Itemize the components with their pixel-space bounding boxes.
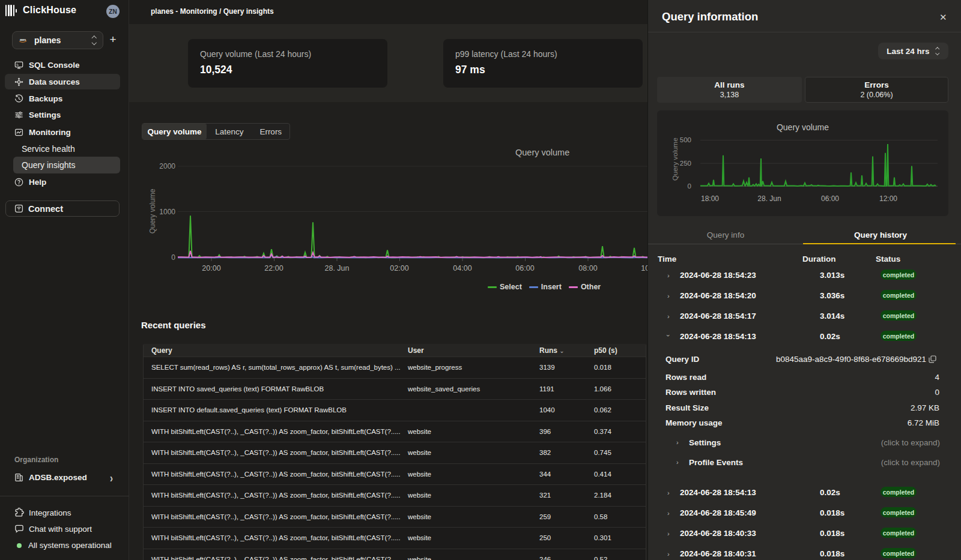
svg-text:aws: aws [20, 38, 26, 41]
